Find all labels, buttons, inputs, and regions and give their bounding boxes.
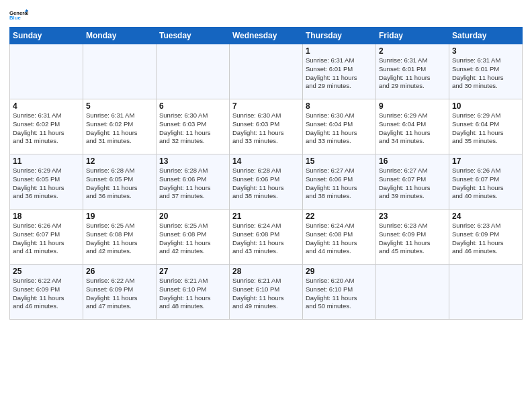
day-info: Sunrise: 6:31 AM Sunset: 6:01 PM Dayligh…: [379, 56, 446, 91]
calendar-cell: 10Sunrise: 6:29 AM Sunset: 6:04 PM Dayli…: [449, 99, 523, 154]
day-number: 3: [452, 46, 519, 56]
day-info: Sunrise: 6:23 AM Sunset: 6:09 PM Dayligh…: [379, 222, 446, 256]
calendar-cell: 11Sunrise: 6:29 AM Sunset: 6:05 PM Dayli…: [10, 154, 83, 210]
day-number: 25: [13, 267, 80, 276]
day-info: Sunrise: 6:29 AM Sunset: 6:04 PM Dayligh…: [379, 111, 446, 146]
day-number: 1: [306, 46, 373, 56]
day-info: Sunrise: 6:23 AM Sunset: 6:09 PM Dayligh…: [452, 222, 519, 256]
calendar-cell: [449, 265, 523, 320]
calendar-cell: 9Sunrise: 6:29 AM Sunset: 6:04 PM Daylig…: [376, 99, 449, 154]
day-info: Sunrise: 6:21 AM Sunset: 6:10 PM Dayligh…: [159, 277, 226, 311]
day-number: 11: [13, 156, 80, 166]
day-info: Sunrise: 6:26 AM Sunset: 6:07 PM Dayligh…: [13, 222, 80, 256]
day-number: 4: [13, 101, 80, 111]
calendar-cell: 3Sunrise: 6:31 AM Sunset: 6:01 PM Daylig…: [449, 44, 523, 99]
logo: General Blue: [9, 7, 28, 24]
calendar-cell: 28Sunrise: 6:21 AM Sunset: 6:10 PM Dayli…: [230, 265, 303, 320]
week-row-4: 18Sunrise: 6:26 AM Sunset: 6:07 PM Dayli…: [10, 210, 523, 265]
calendar-cell: 18Sunrise: 6:26 AM Sunset: 6:07 PM Dayli…: [10, 210, 83, 265]
calendar-cell: [230, 44, 303, 99]
day-number: 7: [232, 101, 300, 111]
day-info: Sunrise: 6:31 AM Sunset: 6:01 PM Dayligh…: [306, 56, 373, 91]
day-number: 20: [159, 212, 226, 221]
day-info: Sunrise: 6:25 AM Sunset: 6:08 PM Dayligh…: [86, 222, 153, 256]
calendar-cell: [376, 265, 449, 320]
header-row: General Blue: [9, 7, 523, 24]
day-number: 8: [306, 101, 373, 111]
day-number: 14: [232, 156, 300, 166]
day-info: Sunrise: 6:24 AM Sunset: 6:08 PM Dayligh…: [232, 222, 300, 256]
day-info: Sunrise: 6:25 AM Sunset: 6:08 PM Dayligh…: [159, 222, 226, 256]
logo-icon: General Blue: [9, 7, 28, 24]
week-row-5: 25Sunrise: 6:22 AM Sunset: 6:09 PM Dayli…: [10, 265, 523, 320]
calendar-cell: 15Sunrise: 6:27 AM Sunset: 6:06 PM Dayli…: [303, 154, 376, 210]
col-header-saturday: Saturday: [449, 28, 523, 44]
day-info: Sunrise: 6:22 AM Sunset: 6:09 PM Dayligh…: [86, 277, 153, 311]
calendar-cell: 21Sunrise: 6:24 AM Sunset: 6:08 PM Dayli…: [230, 210, 303, 265]
day-info: Sunrise: 6:29 AM Sunset: 6:05 PM Dayligh…: [13, 167, 80, 201]
day-info: Sunrise: 6:30 AM Sunset: 6:03 PM Dayligh…: [232, 111, 300, 146]
calendar-cell: 1Sunrise: 6:31 AM Sunset: 6:01 PM Daylig…: [303, 44, 376, 99]
day-info: Sunrise: 6:30 AM Sunset: 6:04 PM Dayligh…: [306, 111, 373, 146]
day-info: Sunrise: 6:20 AM Sunset: 6:10 PM Dayligh…: [306, 277, 373, 311]
main-container: General Blue SundayMondayTuesdayWednesda…: [0, 0, 532, 326]
day-info: Sunrise: 6:21 AM Sunset: 6:10 PM Dayligh…: [232, 277, 300, 311]
col-header-friday: Friday: [376, 28, 449, 44]
day-info: Sunrise: 6:28 AM Sunset: 6:05 PM Dayligh…: [86, 167, 153, 201]
week-row-2: 4Sunrise: 6:31 AM Sunset: 6:02 PM Daylig…: [10, 99, 523, 154]
day-number: 17: [452, 156, 519, 166]
day-info: Sunrise: 6:30 AM Sunset: 6:03 PM Dayligh…: [159, 111, 226, 146]
day-number: 29: [306, 267, 373, 276]
day-number: 26: [86, 267, 153, 276]
day-number: 27: [159, 267, 226, 276]
calendar-cell: 12Sunrise: 6:28 AM Sunset: 6:05 PM Dayli…: [83, 154, 157, 210]
svg-text:Blue: Blue: [9, 15, 21, 21]
day-number: 10: [452, 101, 519, 111]
calendar-cell: 13Sunrise: 6:28 AM Sunset: 6:06 PM Dayli…: [157, 154, 230, 210]
calendar-cell: 22Sunrise: 6:24 AM Sunset: 6:08 PM Dayli…: [303, 210, 376, 265]
calendar-cell: 24Sunrise: 6:23 AM Sunset: 6:09 PM Dayli…: [449, 210, 523, 265]
calendar-cell: [157, 44, 230, 99]
calendar-cell: 20Sunrise: 6:25 AM Sunset: 6:08 PM Dayli…: [157, 210, 230, 265]
day-info: Sunrise: 6:27 AM Sunset: 6:06 PM Dayligh…: [306, 167, 373, 201]
day-number: 19: [86, 212, 153, 221]
calendar-cell: 14Sunrise: 6:28 AM Sunset: 6:06 PM Dayli…: [230, 154, 303, 210]
day-info: Sunrise: 6:29 AM Sunset: 6:04 PM Dayligh…: [452, 111, 519, 146]
day-number: 16: [379, 156, 446, 166]
col-header-sunday: Sunday: [10, 28, 83, 44]
col-header-monday: Monday: [83, 28, 157, 44]
day-number: 12: [86, 156, 153, 166]
calendar-cell: 25Sunrise: 6:22 AM Sunset: 6:09 PM Dayli…: [10, 265, 83, 320]
header-row-days: SundayMondayTuesdayWednesdayThursdayFrid…: [10, 28, 523, 44]
calendar-cell: 26Sunrise: 6:22 AM Sunset: 6:09 PM Dayli…: [83, 265, 157, 320]
day-number: 6: [159, 101, 226, 111]
day-info: Sunrise: 6:24 AM Sunset: 6:08 PM Dayligh…: [306, 222, 373, 256]
day-info: Sunrise: 6:28 AM Sunset: 6:06 PM Dayligh…: [232, 167, 300, 201]
col-header-wednesday: Wednesday: [230, 28, 303, 44]
day-number: 21: [232, 212, 300, 221]
calendar-cell: 19Sunrise: 6:25 AM Sunset: 6:08 PM Dayli…: [83, 210, 157, 265]
calendar-cell: 23Sunrise: 6:23 AM Sunset: 6:09 PM Dayli…: [376, 210, 449, 265]
day-number: 15: [306, 156, 373, 166]
day-info: Sunrise: 6:27 AM Sunset: 6:07 PM Dayligh…: [379, 167, 446, 201]
day-info: Sunrise: 6:31 AM Sunset: 6:02 PM Dayligh…: [13, 111, 80, 146]
day-number: 5: [86, 101, 153, 111]
day-number: 24: [452, 212, 519, 221]
calendar-cell: 8Sunrise: 6:30 AM Sunset: 6:04 PM Daylig…: [303, 99, 376, 154]
day-info: Sunrise: 6:28 AM Sunset: 6:06 PM Dayligh…: [159, 167, 226, 201]
calendar-cell: 5Sunrise: 6:31 AM Sunset: 6:02 PM Daylig…: [83, 99, 157, 154]
day-number: 18: [13, 212, 80, 221]
calendar-table: SundayMondayTuesdayWednesdayThursdayFrid…: [9, 27, 523, 320]
week-row-3: 11Sunrise: 6:29 AM Sunset: 6:05 PM Dayli…: [10, 154, 523, 210]
calendar-cell: 7Sunrise: 6:30 AM Sunset: 6:03 PM Daylig…: [230, 99, 303, 154]
day-number: 2: [379, 46, 446, 56]
day-info: Sunrise: 6:22 AM Sunset: 6:09 PM Dayligh…: [13, 277, 80, 311]
day-info: Sunrise: 6:31 AM Sunset: 6:02 PM Dayligh…: [86, 111, 153, 146]
col-header-tuesday: Tuesday: [157, 28, 230, 44]
day-info: Sunrise: 6:26 AM Sunset: 6:07 PM Dayligh…: [452, 167, 519, 201]
calendar-cell: [83, 44, 157, 99]
calendar-cell: 2Sunrise: 6:31 AM Sunset: 6:01 PM Daylig…: [376, 44, 449, 99]
calendar-cell: 17Sunrise: 6:26 AM Sunset: 6:07 PM Dayli…: [449, 154, 523, 210]
calendar-cell: 29Sunrise: 6:20 AM Sunset: 6:10 PM Dayli…: [303, 265, 376, 320]
calendar-cell: 27Sunrise: 6:21 AM Sunset: 6:10 PM Dayli…: [157, 265, 230, 320]
